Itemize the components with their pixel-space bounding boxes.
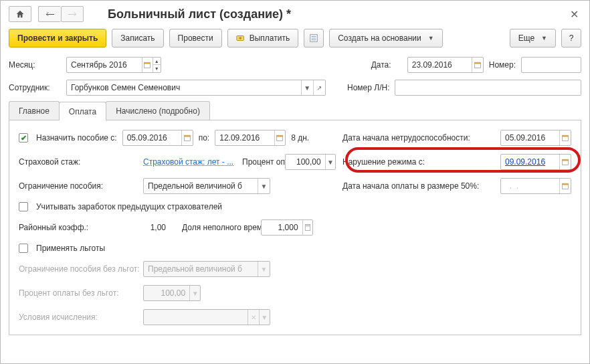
calendar-icon[interactable] [274,130,286,145]
half-pay-field[interactable] [500,178,571,194]
ins-record-link[interactable]: Страховой стаж: лет - ... [143,157,237,167]
svg-rect-21 [306,225,310,226]
svg-rect-7 [144,62,151,64]
chevron-down-icon[interactable]: ▼ [301,80,313,95]
percent-field[interactable]: ▼ [285,154,336,170]
calendar-icon[interactable] [559,155,571,169]
number-input[interactable] [522,58,581,72]
svg-rect-13 [277,135,283,136]
submit-close-button[interactable]: Провести и закрыть [9,29,106,48]
chevron-down-icon: ▼ [541,35,547,41]
tab-main[interactable]: Главное [9,101,60,120]
half-pay-label: Дата начала оплаты в размере 50%: [342,181,495,191]
chevron-down-icon: ▼ [428,35,434,41]
calc-cond-field: ✕ ▼ [143,309,270,325]
limit-nl-input [144,262,258,276]
percent-nl-field: ▼ [143,285,201,301]
limit-input[interactable] [144,179,258,193]
part-time-input[interactable] [262,220,302,235]
limit-label: Ограничение пособия: [19,181,138,191]
close-icon: ✕ [570,9,579,20]
create-based-label: Создать на основании [338,33,421,43]
assign-to-field[interactable] [215,130,286,146]
assign-from-field[interactable] [122,130,193,146]
chevron-up-icon: ▲ [153,58,161,65]
assign-checkbox[interactable]: ✔ [19,133,28,143]
incap-start-label: Дата начала нетрудоспособности: [342,133,495,143]
month-label: Месяц: [9,60,61,70]
home-button[interactable] [9,6,31,22]
dist-coef-value: 1,00 [143,223,177,232]
submit-button[interactable]: Провести [169,29,222,48]
calendar-icon[interactable] [181,130,193,145]
month-stepper[interactable]: ▲▼ [153,58,161,72]
assign-to-input[interactable] [215,130,274,145]
chevron-down-icon: ▼ [258,262,270,276]
create-based-button[interactable]: Создать на основании ▼ [329,29,442,48]
clear-icon: ✕ [248,310,258,325]
calendar-icon[interactable] [142,58,153,72]
calendar-icon[interactable] [559,179,571,193]
days-label: 8 дн. [291,133,309,143]
calc-cond-label: Условия исчисления: [19,312,138,322]
percent-nl-label: Процент оплаты без льгот: [19,288,138,298]
open-icon[interactable]: ↗ [313,80,325,95]
prev-ins-checkbox[interactable]: ✔ [19,202,28,211]
chevron-down-icon[interactable]: ▼ [325,155,335,169]
calculator-icon[interactable] [302,220,312,235]
assign-from-input[interactable] [123,130,181,145]
percent-label: Процент оплаты: [242,158,280,166]
help-button[interactable]: ? [561,29,581,48]
ln-field[interactable] [395,80,581,96]
tab-pay[interactable]: Оплата [59,102,106,120]
apply-disc-checkbox[interactable]: ✔ [19,244,28,253]
back-button[interactable]: 🡐 [38,6,61,22]
ln-input[interactable] [395,80,581,95]
employee-label: Сотрудник: [9,83,61,92]
limit-field[interactable]: ▼ [143,178,270,194]
apply-disc-label: Применять льготы [36,244,105,253]
more-button[interactable]: Еще ▼ [510,29,556,48]
violation-input[interactable] [501,155,559,169]
chevron-down-icon[interactable]: ▼ [258,179,270,193]
violation-label: Нарушение режима с: [342,157,495,167]
svg-rect-9 [474,62,480,64]
employee-field[interactable]: ▼ ↗ [66,80,326,96]
number-field[interactable] [521,57,581,73]
limit-nl-label: Ограничение пособия без льгот: [19,265,138,274]
svg-rect-11 [184,135,190,136]
assign-from-label: Назначить пособие с: [36,133,117,143]
number-label: Номер: [489,60,516,70]
calc-cond-input [144,310,248,325]
violation-field[interactable] [500,154,571,170]
list-icon [309,33,318,43]
save-button[interactable]: Записать [112,29,163,48]
half-pay-input[interactable] [501,179,559,193]
month-field[interactable]: ▲▼ [66,57,161,73]
limit-nl-field: ▼ [143,261,270,277]
incap-start-field[interactable] [500,130,571,146]
date-label: Дата: [371,60,402,70]
close-button[interactable]: ✕ [567,7,581,22]
money-icon [236,33,245,43]
chevron-down-icon: ▼ [153,65,161,72]
forward-button[interactable]: 🡒 [61,6,84,22]
chevron-down-icon: ▼ [189,286,200,300]
date-input[interactable] [408,58,472,72]
pay-button[interactable]: Выплатить [227,29,299,48]
dist-coef-label: Районный коэфф.: [19,223,138,232]
month-input[interactable] [67,58,142,72]
part-time-field[interactable] [261,219,313,236]
ins-record-label: Страховой стаж: [19,157,138,167]
calendar-icon[interactable] [472,58,483,72]
page-title: Больничный лист (создание) * [108,7,291,21]
list-button[interactable] [304,29,324,48]
employee-input[interactable] [67,80,301,95]
chevron-down-icon: ▼ [259,310,270,325]
pay-label: Выплатить [250,33,290,43]
calendar-icon[interactable] [559,130,571,145]
tab-accrued[interactable]: Начислено (подробно) [106,101,210,120]
date-field[interactable] [407,57,484,73]
percent-input[interactable] [286,155,325,169]
incap-start-input[interactable] [501,130,559,145]
